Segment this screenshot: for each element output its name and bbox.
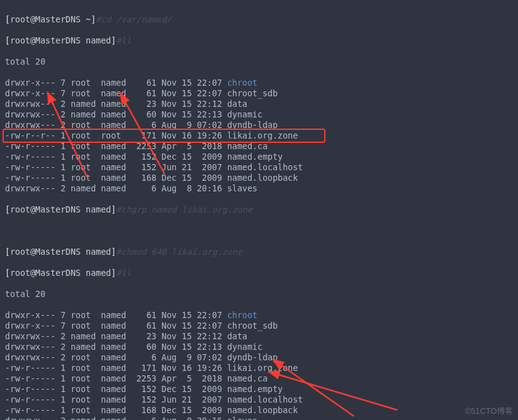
file-size: 6	[131, 352, 157, 362]
file-links: 1	[60, 141, 65, 151]
file-size: 6	[131, 120, 157, 130]
file-size: 6	[131, 183, 157, 193]
file-owner: named	[71, 342, 96, 352]
file-name: data	[227, 99, 248, 109]
file-size: 168	[131, 173, 157, 183]
file-size: 168	[131, 405, 157, 415]
file-size: 61	[131, 310, 157, 320]
file-group: named	[101, 405, 126, 415]
file-group: named	[101, 78, 126, 88]
command-text: chmod 640 likai.org.zone	[121, 247, 242, 257]
file-group: named	[101, 183, 126, 193]
file-links: 1	[60, 363, 65, 373]
file-row: drwxrwx--- 2 named named 23 Nov 15 22:12…	[5, 331, 513, 342]
file-perm: drwxr-x---	[5, 310, 55, 320]
file-name: dynamic	[227, 109, 263, 119]
file-owner: root	[71, 321, 96, 331]
file-group: named	[101, 162, 126, 172]
file-owner: root	[71, 373, 96, 383]
total-line: total 20	[5, 289, 513, 299]
file-group: named	[101, 310, 126, 320]
file-size: 23	[131, 99, 157, 109]
file-name: dyndb-ldap	[227, 120, 278, 130]
file-owner: root	[71, 352, 96, 362]
file-name: data	[227, 331, 248, 341]
hash: #	[96, 14, 101, 24]
file-row: -rw-r----- 1 root named 152 Jun 21 2007 …	[5, 162, 513, 173]
file-links: 7	[60, 321, 65, 331]
file-group: named	[101, 321, 126, 331]
file-date: Nov 15 22:13	[161, 342, 222, 352]
file-row: -rw-r----- 1 root named 2253 Apr 5 2018 …	[5, 373, 513, 384]
file-name: named.ca	[227, 373, 268, 383]
file-date: Nov 15 22:07	[161, 310, 222, 320]
file-links: 1	[60, 152, 65, 162]
file-perm: drwxr-x---	[5, 88, 55, 98]
file-row: -rw-r----- 1 root named 168 Dec 15 2009 …	[5, 173, 513, 183]
file-date: Apr 5 2018	[161, 141, 222, 151]
file-date: Dec 15 2009	[161, 173, 222, 183]
file-name: slaves	[227, 416, 258, 420]
file-perm: -rw-r-----	[5, 395, 55, 404]
file-group: named	[101, 120, 126, 130]
file-links: 7	[60, 78, 65, 88]
file-name: chroot	[227, 310, 258, 320]
file-links: 1	[60, 130, 65, 140]
file-name: dynamic	[227, 342, 263, 352]
file-date: Nov 15 22:12	[161, 99, 222, 109]
file-size: 2253	[131, 141, 157, 151]
file-group: named	[101, 352, 126, 362]
file-links: 7	[60, 88, 65, 98]
file-size: 60	[131, 109, 157, 119]
terminal-output: [root@MasterDNS ~]#cd /var/named/ [root@…	[0, 0, 518, 420]
file-date: Aug 8 20:16	[161, 416, 222, 420]
file-owner: root	[71, 173, 96, 183]
file-row: drwxrwx--- 2 root named 6 Aug 9 07:02 dy…	[5, 352, 513, 363]
file-group: named	[101, 363, 126, 373]
file-listing: drwxr-x--- 7 root named 61 Nov 15 22:07 …	[5, 310, 513, 420]
file-owner: named	[71, 109, 96, 119]
file-row: drwxrwx--- 2 named named 60 Nov 15 22:13…	[5, 109, 513, 120]
file-owner: root	[71, 395, 96, 404]
file-row: drwxr-x--- 7 root named 61 Nov 15 22:07 …	[5, 321, 513, 331]
file-size: 152	[131, 384, 157, 394]
file-owner: root	[71, 141, 96, 151]
file-size: 61	[131, 78, 157, 88]
file-size: 23	[131, 331, 157, 341]
file-group: named	[101, 141, 126, 151]
file-date: Jun 21 2007	[161, 162, 222, 172]
total-line: total 20	[5, 57, 513, 67]
file-name: chroot_sdb	[227, 88, 278, 98]
command-text: cd /var/named/	[101, 14, 172, 24]
file-date: Nov 15 22:07	[161, 321, 222, 331]
file-perm: -rw-r-----	[5, 363, 55, 373]
file-perm: drwxrwx---	[5, 352, 55, 362]
file-perm: drwxrwx---	[5, 120, 55, 130]
file-date: Nov 15 22:13	[161, 109, 222, 119]
command-text: ll	[121, 35, 131, 45]
file-row: drwxrwx--- 2 named named 6 Aug 8 20:16 s…	[5, 416, 513, 420]
file-row: -rw-r--r-- 1 root root 171 Nov 16 19:26 …	[5, 130, 513, 141]
file-group: named	[101, 342, 126, 352]
prompt-line: [root@MasterDNS named]#chmod 640 likai.o…	[5, 247, 513, 257]
file-links: 2	[60, 109, 65, 119]
file-perm: -rw-r-----	[5, 384, 55, 394]
file-group: named	[101, 109, 126, 119]
file-owner: root	[71, 162, 96, 172]
file-links: 1	[60, 373, 65, 383]
file-group: named	[101, 373, 126, 383]
file-name: named.empty	[227, 152, 283, 162]
file-size: 152	[131, 395, 157, 404]
file-links: 2	[60, 416, 65, 420]
file-group: named	[101, 173, 126, 183]
file-name: chroot_sdb	[227, 321, 278, 331]
file-perm: -rw-r-----	[5, 162, 55, 172]
file-row: drwxrwx--- 2 root named 6 Aug 9 07:02 dy…	[5, 120, 513, 130]
file-name: named.loopback	[227, 405, 298, 415]
file-listing: drwxr-x--- 7 root named 61 Nov 15 22:07 …	[5, 78, 513, 194]
prompt-line: [root@MasterDNS ~]#cd /var/named/	[5, 14, 513, 25]
file-row: drwxr-x--- 7 root named 61 Nov 15 22:07 …	[5, 88, 513, 99]
file-group: root	[101, 130, 126, 140]
file-row: -rw-r----- 1 root named 171 Nov 16 19:26…	[5, 363, 513, 373]
file-owner: root	[71, 152, 96, 162]
